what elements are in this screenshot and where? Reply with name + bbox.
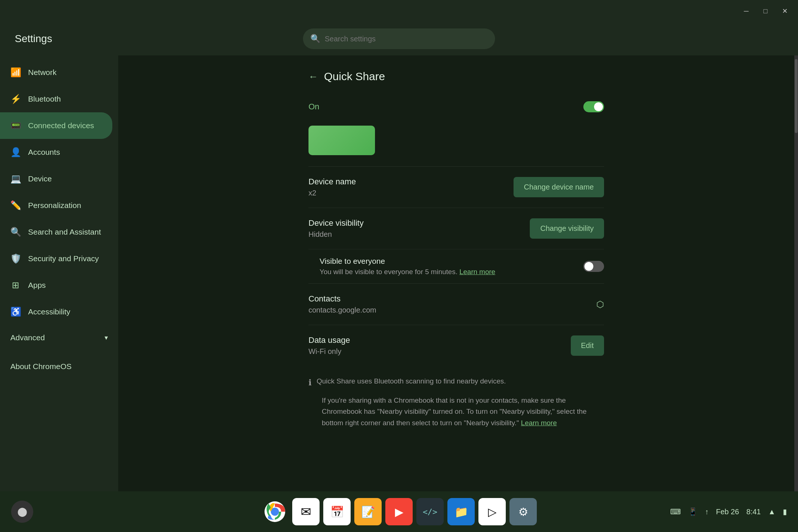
visible-to-everyone-row: Visible to everyone You will be visible …: [308, 249, 604, 283]
edit-button[interactable]: Edit: [571, 335, 604, 356]
learn-more-link-2[interactable]: Learn more: [521, 419, 557, 427]
search-input[interactable]: [325, 35, 488, 43]
sidebar-item-label-apps: Apps: [28, 281, 46, 290]
data-usage-label: Data usage: [308, 335, 571, 345]
visible-to-everyone-label: Visible to everyone: [320, 257, 583, 266]
taskbar-gmail[interactable]: ✉: [292, 498, 320, 525]
panel-content: ← Quick Share On Device name x2: [290, 55, 623, 443]
taskbar-chrome[interactable]: [261, 498, 289, 525]
launcher-button[interactable]: ⬤: [11, 501, 33, 523]
sidebar-item-bluetooth[interactable]: ⚡ Bluetooth: [0, 86, 112, 112]
device-visibility-label: Device visibility: [308, 218, 530, 228]
visible-to-everyone-toggle[interactable]: [583, 261, 604, 272]
contacts-value: contacts.google.com: [308, 306, 596, 314]
visible-to-everyone-info: Visible to everyone You will be visible …: [320, 257, 583, 276]
minimize-button[interactable]: ─: [740, 5, 752, 17]
sidebar-item-apps[interactable]: ⊞ Apps: [0, 272, 112, 299]
sidebar-item-label-personalization: Personalization: [28, 201, 81, 210]
data-usage-info: Data usage Wi-Fi only: [308, 335, 571, 356]
sidebar-item-search-and-assistant[interactable]: 🔍 Search and Assistant: [0, 219, 112, 245]
device-name-info: Device name x2: [308, 177, 514, 197]
devices-icon: 📟: [10, 120, 21, 131]
play-store-icon: ▷: [488, 505, 497, 518]
apps-icon: ⊞: [10, 280, 21, 290]
taskbar-notes[interactable]: 📝: [354, 498, 382, 525]
edit-icon: ✏️: [10, 200, 21, 211]
main-panel: ← Quick Share On Device name x2: [118, 55, 794, 491]
tray-upload-icon[interactable]: ↑: [705, 508, 709, 516]
sidebar-item-network[interactable]: 📶 Network: [0, 59, 112, 86]
back-navigation: ← Quick Share: [308, 70, 604, 83]
sidebar-item-label-connected-devices: Connected devices: [28, 121, 94, 130]
shield-icon: 🛡️: [10, 253, 21, 264]
sidebar-item-label-network: Network: [28, 68, 57, 77]
sidebar-item-label-search: Search and Assistant: [28, 228, 101, 236]
maximize-button[interactable]: □: [760, 5, 771, 17]
system-tray: ⌨ 📱 ↑ Feb 26 8:41 ▲ ▮: [670, 507, 787, 516]
taskbar-files[interactable]: 📁: [447, 498, 475, 525]
sidebar-item-connected-devices[interactable]: 📟 Connected devices: [0, 112, 112, 139]
sidebar-item-device[interactable]: 💻 Device: [0, 166, 112, 192]
panel-title: Quick Share: [324, 70, 385, 83]
quick-share-toggle[interactable]: [583, 101, 604, 112]
sidebar-item-accounts[interactable]: 👤 Accounts: [0, 139, 112, 166]
change-device-name-button[interactable]: Change device name: [514, 177, 604, 197]
tray-date[interactable]: Feb 26: [716, 508, 739, 516]
device-name-row: Device name x2 Change device name: [308, 166, 604, 208]
info-icon: ℹ: [308, 378, 311, 388]
tray-battery-icon[interactable]: ▮: [783, 507, 787, 516]
search-icon: 🔍: [310, 34, 320, 44]
visible-to-everyone-desc: You will be visible to everyone for 5 mi…: [320, 268, 583, 276]
tray-time[interactable]: 8:41: [746, 508, 761, 516]
taskbar-youtube[interactable]: ▶: [385, 498, 413, 525]
laptop-icon: 💻: [10, 174, 21, 184]
taskbar-settings[interactable]: ⚙: [509, 498, 537, 525]
info-long-text-block: If you're sharing with a Chromebook that…: [308, 395, 604, 429]
device-visibility-value: Hidden: [308, 230, 530, 239]
contacts-row: Contacts contacts.google.com ⬡: [308, 283, 604, 325]
terminal-icon: </>: [423, 507, 437, 516]
search-bar[interactable]: 🔍: [303, 28, 495, 49]
change-visibility-button[interactable]: Change visibility: [530, 218, 604, 239]
scrollbar[interactable]: [794, 55, 798, 491]
toggle-knob-2: [584, 262, 593, 271]
contacts-info: Contacts contacts.google.com: [308, 294, 596, 314]
main-window: Settings 🔍 📶 Network ⚡ Bluetooth 📟 Conne…: [0, 22, 798, 491]
settings-icon: ⚙: [518, 505, 528, 518]
tray-keyboard-icon[interactable]: ⌨: [670, 507, 681, 516]
app-title: Settings: [15, 33, 52, 45]
taskbar-terminal[interactable]: </>: [416, 498, 444, 525]
close-button[interactable]: ✕: [779, 5, 791, 17]
sidebar-item-advanced[interactable]: Advanced ▾: [0, 325, 118, 350]
taskbar: ⬤ ✉ 📅 📝 ▶ </> 📁 ▷ ⚙ ⌨: [0, 491, 798, 532]
device-name-label: Device name: [308, 177, 514, 187]
youtube-icon: ▶: [395, 505, 403, 518]
tray-wifi-icon[interactable]: ▲: [768, 508, 775, 516]
taskbar-play[interactable]: ▷: [478, 498, 506, 525]
taskbar-calendar[interactable]: 📅: [323, 498, 351, 525]
search-icon: 🔍: [10, 227, 21, 237]
contacts-label: Contacts: [308, 294, 596, 304]
chrome-svg-icon: [264, 501, 286, 523]
learn-more-link-1[interactable]: Learn more: [459, 268, 495, 276]
sidebar-item-label-accessibility: Accessibility: [28, 307, 70, 316]
accessibility-icon: ♿: [10, 307, 21, 317]
sidebar-item-security-and-privacy[interactable]: 🛡️ Security and Privacy: [0, 245, 112, 272]
back-button[interactable]: ←: [308, 71, 318, 82]
launcher-icon: ⬤: [17, 507, 27, 517]
data-usage-value: Wi-Fi only: [308, 347, 571, 356]
sidebar: 📶 Network ⚡ Bluetooth 📟 Connected device…: [0, 55, 118, 491]
gmail-icon: ✉: [301, 504, 311, 519]
sidebar-item-about[interactable]: About ChromeOS: [0, 354, 112, 379]
person-icon: 👤: [10, 147, 21, 157]
on-row: On: [308, 94, 604, 120]
sidebar-item-accessibility[interactable]: ♿ Accessibility: [0, 299, 112, 325]
sidebar-item-personalization[interactable]: ✏️ Personalization: [0, 192, 112, 219]
tray-phone-icon[interactable]: 📱: [688, 507, 698, 516]
scrollbar-thumb: [795, 59, 798, 133]
device-visibility-info: Device visibility Hidden: [308, 218, 530, 239]
quick-share-logo-bar: [308, 126, 375, 155]
external-link-icon[interactable]: ⬡: [596, 299, 604, 310]
sidebar-item-label-security: Security and Privacy: [28, 254, 99, 263]
wifi-icon: 📶: [10, 67, 21, 78]
